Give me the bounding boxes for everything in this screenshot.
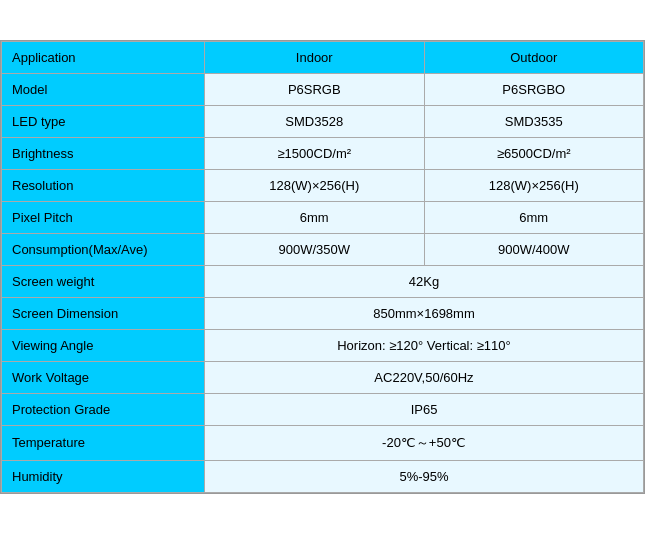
table-row: Screen weight42Kg bbox=[2, 265, 644, 297]
row-label: Screen weight bbox=[2, 265, 205, 297]
row-label: Screen Dimension bbox=[2, 297, 205, 329]
table-row: Brightness≥1500CD/m²≥6500CD/m² bbox=[2, 137, 644, 169]
table-row: Temperature-20℃～+50℃ bbox=[2, 425, 644, 460]
row-value-outdoor: P6SRGBO bbox=[424, 73, 644, 105]
row-value-span: 42Kg bbox=[205, 265, 644, 297]
table-header-row: ApplicationIndoorOutdoor bbox=[2, 41, 644, 73]
row-value-span: IP65 bbox=[205, 393, 644, 425]
row-value-indoor: P6SRGB bbox=[205, 73, 425, 105]
row-label: LED type bbox=[2, 105, 205, 137]
row-label: Consumption(Max/Ave) bbox=[2, 233, 205, 265]
table-row: Pixel Pitch6mm6mm bbox=[2, 201, 644, 233]
header-label: Application bbox=[2, 41, 205, 73]
table-row: Consumption(Max/Ave)900W/350W900W/400W bbox=[2, 233, 644, 265]
table-row: Viewing AngleHorizon: ≥120° Vertical: ≥1… bbox=[2, 329, 644, 361]
header-outdoor: Outdoor bbox=[424, 41, 644, 73]
row-value-span: 850mm×1698mm bbox=[205, 297, 644, 329]
header-indoor: Indoor bbox=[205, 41, 425, 73]
table-row: Work VoltageAC220V,50/60Hz bbox=[2, 361, 644, 393]
table-row: Humidity5%-95% bbox=[2, 460, 644, 492]
row-label: Viewing Angle bbox=[2, 329, 205, 361]
row-label: Protection Grade bbox=[2, 393, 205, 425]
row-value-span: -20℃～+50℃ bbox=[205, 425, 644, 460]
row-value-indoor: 128(W)×256(H) bbox=[205, 169, 425, 201]
table-row: LED typeSMD3528SMD3535 bbox=[2, 105, 644, 137]
row-label: Brightness bbox=[2, 137, 205, 169]
row-value-span: 5%-95% bbox=[205, 460, 644, 492]
row-label: Temperature bbox=[2, 425, 205, 460]
row-label: Pixel Pitch bbox=[2, 201, 205, 233]
row-value-outdoor: 128(W)×256(H) bbox=[424, 169, 644, 201]
row-value-outdoor: ≥6500CD/m² bbox=[424, 137, 644, 169]
table-row: ModelP6SRGBP6SRGBO bbox=[2, 73, 644, 105]
table-row: Resolution128(W)×256(H)128(W)×256(H) bbox=[2, 169, 644, 201]
spec-table: ApplicationIndoorOutdoorModelP6SRGBP6SRG… bbox=[1, 41, 644, 493]
table-row: Protection GradeIP65 bbox=[2, 393, 644, 425]
row-value-span: AC220V,50/60Hz bbox=[205, 361, 644, 393]
row-value-indoor: 900W/350W bbox=[205, 233, 425, 265]
row-value-indoor: SMD3528 bbox=[205, 105, 425, 137]
row-value-span: Horizon: ≥120° Vertical: ≥110° bbox=[205, 329, 644, 361]
row-label: Model bbox=[2, 73, 205, 105]
spec-table-wrapper: ApplicationIndoorOutdoorModelP6SRGBP6SRG… bbox=[0, 40, 645, 494]
row-value-outdoor: 6mm bbox=[424, 201, 644, 233]
table-row: Screen Dimension850mm×1698mm bbox=[2, 297, 644, 329]
row-value-outdoor: SMD3535 bbox=[424, 105, 644, 137]
row-label: Work Voltage bbox=[2, 361, 205, 393]
row-value-indoor: 6mm bbox=[205, 201, 425, 233]
row-value-outdoor: 900W/400W bbox=[424, 233, 644, 265]
row-label: Humidity bbox=[2, 460, 205, 492]
row-label: Resolution bbox=[2, 169, 205, 201]
row-value-indoor: ≥1500CD/m² bbox=[205, 137, 425, 169]
